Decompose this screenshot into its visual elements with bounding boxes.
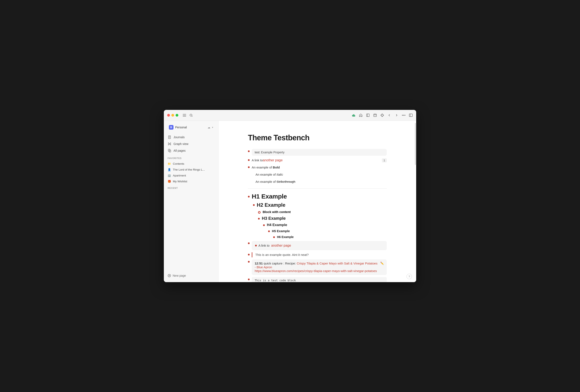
sidebar-item-journals[interactable]: Journals	[165, 134, 217, 141]
fav-item-wishlist[interactable]: 🎁 My Wishlist	[165, 178, 217, 184]
sidebar-top: B Personal ☁ ▾	[164, 121, 218, 133]
scrollbar-thumb	[415, 123, 416, 165]
sidebar-item-graph-view[interactable]: Graph view	[165, 141, 217, 147]
journals-label: Journals	[173, 135, 185, 139]
bullet-property	[248, 150, 250, 152]
cloud-sync-icon[interactable]	[351, 113, 356, 117]
block-bold-content: An example of Bold	[252, 165, 387, 170]
content-divider	[248, 189, 387, 189]
wishlist-icon: 🎁	[168, 180, 171, 183]
fav-contents-label: Contents	[173, 162, 184, 165]
italic-text: Italic	[277, 173, 283, 176]
search-icon[interactable]	[189, 113, 193, 118]
fav-item-contents[interactable]: 📁 Contents	[165, 161, 217, 167]
block-italic-content: An example of Italic	[252, 172, 387, 177]
svg-rect-2	[183, 116, 186, 117]
new-page-label: New page	[173, 274, 186, 277]
titlebar-right	[351, 113, 413, 117]
svg-rect-14	[409, 114, 412, 117]
bullet-filled-inner	[259, 212, 260, 213]
another-page-link[interactable]: another page	[263, 158, 283, 162]
block-h2: H2 Example	[253, 202, 387, 208]
new-page-button[interactable]: New page	[165, 273, 217, 279]
strike-prefix: An example of	[256, 180, 277, 183]
close-button[interactable]	[167, 114, 170, 117]
capture-label: quick capture	[264, 262, 283, 265]
block-property-content: test: Example Property	[252, 149, 387, 156]
block-content-text: Block with content	[263, 210, 387, 214]
back-icon[interactable]	[387, 113, 391, 117]
main-content: B Personal ☁ ▾ Jour	[164, 121, 416, 282]
sidebar-nav: Journals	[164, 133, 218, 155]
property-key: test	[255, 151, 260, 154]
svg-point-21	[168, 143, 169, 143]
capture-timestamp: 12:51	[255, 262, 263, 265]
sidebar-toggle-icon[interactable]	[409, 113, 413, 117]
bullet-quote	[248, 254, 250, 255]
h5-text: H5 Example	[272, 229, 290, 233]
svg-point-12	[403, 115, 404, 116]
block-h5: H5 Example	[268, 229, 387, 233]
block-strike-content: An example of Strikethrough	[252, 179, 387, 184]
svg-point-24	[170, 145, 171, 145]
code-content: This is a test code block	[252, 277, 387, 282]
all-pages-icon	[168, 149, 171, 153]
block-highlighted-link: A link to another page	[248, 241, 387, 250]
minimize-button[interactable]	[171, 114, 174, 117]
bullet-h4	[263, 224, 265, 226]
help-button[interactable]: ?	[407, 274, 412, 279]
fullscreen-icon[interactable]	[366, 113, 370, 117]
extensions-icon[interactable]	[380, 113, 384, 117]
app-window: B Personal ☁ ▾ Jour	[164, 110, 416, 282]
h6-text: H6 Example	[277, 235, 293, 239]
svg-point-22	[170, 143, 171, 143]
link-prefix: A link to	[252, 158, 263, 163]
fav-item-lotr[interactable]: 👤 The Lord of the Rings L...	[165, 167, 217, 173]
block-content-label: Block with content	[263, 210, 291, 214]
block-strike: An example of Strikethrough	[248, 179, 387, 184]
h2-text: H2 Example	[257, 202, 285, 208]
workspace-cloud-icon: ☁	[208, 126, 210, 129]
strike-text: Strikethrough	[277, 180, 295, 183]
titlebar	[164, 110, 416, 121]
maximize-button[interactable]	[176, 114, 178, 117]
forward-icon[interactable]	[394, 113, 399, 117]
bullet-code	[248, 279, 250, 280]
fav-wishlist-label: My Wishlist	[173, 180, 187, 183]
capture-block: 12:51 quick capture : Recipe: Crispy Til…	[252, 259, 387, 275]
hamburger-menu-icon[interactable]	[182, 113, 187, 118]
bullet-link-row	[248, 159, 250, 161]
bold-text: Bold	[273, 166, 280, 169]
svg-point-13	[404, 115, 405, 116]
svg-rect-7	[374, 114, 376, 117]
content-inner: Theme Testbench test: Example Property A…	[237, 121, 397, 282]
calendar-icon[interactable]	[373, 113, 377, 117]
property-separator: : Example Property	[260, 151, 285, 154]
h1-text: H1 Example	[252, 193, 287, 200]
highlighted-link-content: A link to another page	[252, 241, 387, 250]
graph-view-label: Graph view	[173, 142, 188, 146]
bullet-h5	[268, 230, 270, 232]
block-italic: An example of Italic	[248, 172, 387, 177]
h2-content: H2 Example	[257, 202, 387, 208]
contents-icon: 📁	[168, 162, 171, 165]
svg-line-26	[170, 143, 170, 144]
edit-icon[interactable]: ✏️	[380, 262, 384, 265]
bullet-capture	[248, 261, 250, 263]
graph-view-icon	[168, 142, 171, 146]
bullet-h1	[248, 196, 250, 197]
sidebar: B Personal ☁ ▾ Jour	[164, 121, 219, 282]
scrollbar[interactable]	[415, 121, 416, 282]
highlighted-another-page-link[interactable]: another page	[271, 244, 291, 247]
more-options-icon[interactable]	[402, 113, 406, 117]
bullet-filled	[258, 211, 261, 214]
bullet-h3	[258, 218, 260, 219]
workspace-selector[interactable]: B Personal ☁ ▾	[167, 124, 215, 131]
home-icon[interactable]	[359, 113, 363, 117]
sidebar-item-all-pages[interactable]: All pages	[165, 147, 217, 154]
svg-rect-5	[367, 114, 369, 117]
fav-item-apartment[interactable]: 🏢 Apartment	[165, 173, 217, 178]
inner-bullet	[255, 245, 257, 246]
workspace-name: Personal	[175, 126, 206, 129]
capture-url[interactable]: https://www.blueapron.com/recipes/crispy…	[255, 269, 377, 273]
